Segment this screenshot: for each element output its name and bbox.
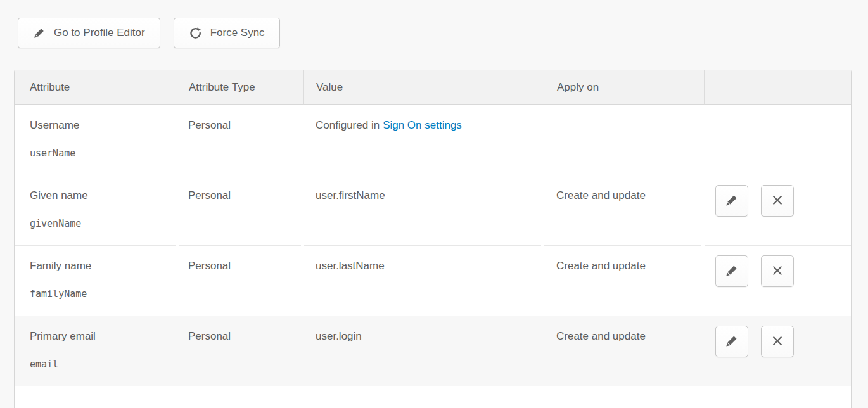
delete-attribute-button[interactable] xyxy=(761,326,794,357)
apply-on-value xyxy=(544,105,704,119)
sign-on-settings-link[interactable]: Sign On settings xyxy=(383,119,462,131)
attribute-mapping-table: Attribute Attribute Type Value Apply on … xyxy=(14,70,852,408)
refresh-icon xyxy=(189,27,202,40)
attribute-type: Personal xyxy=(179,316,303,343)
attribute-label: Primary email xyxy=(15,316,179,343)
table-row: Family name familyName Personal user.las… xyxy=(15,245,851,316)
delete-attribute-button[interactable] xyxy=(761,255,794,287)
attribute-label: Given name xyxy=(15,175,179,202)
attribute-label: Family name xyxy=(15,245,179,272)
attribute-variable-name: email xyxy=(15,359,179,370)
column-header-apply-on: Apply on xyxy=(544,70,704,105)
value-prefix-text: Configured in xyxy=(316,119,380,131)
x-icon xyxy=(770,193,784,209)
attribute-variable-name: givenName xyxy=(15,218,179,229)
apply-on-value: Create and update xyxy=(544,316,704,343)
pencil-icon xyxy=(33,27,46,39)
edit-attribute-button[interactable] xyxy=(715,255,748,287)
force-sync-button[interactable]: Force Sync xyxy=(174,18,280,48)
edit-attribute-button[interactable] xyxy=(715,185,748,217)
apply-on-value: Create and update xyxy=(544,245,704,272)
go-to-profile-editor-label: Go to Profile Editor xyxy=(54,27,145,39)
column-header-value: Value xyxy=(303,70,544,105)
pencil-icon xyxy=(725,193,739,209)
force-sync-label: Force Sync xyxy=(210,27,265,39)
attribute-type: Personal xyxy=(179,105,303,132)
column-header-attribute-type: Attribute Type xyxy=(179,70,303,105)
attribute-value: user.lastName xyxy=(303,245,544,272)
table-row: Primary email email Personal user.login … xyxy=(15,316,851,386)
x-icon xyxy=(770,264,784,279)
attribute-value: user.firstName xyxy=(303,175,544,202)
attribute-type: Personal xyxy=(179,245,303,272)
table-row-partial xyxy=(15,386,851,408)
attribute-variable-name: familyName xyxy=(15,288,179,300)
attribute-label: Username xyxy=(15,105,179,132)
go-to-profile-editor-button[interactable]: Go to Profile Editor xyxy=(18,18,160,48)
table-row: Given name givenName Personal user.first… xyxy=(15,175,851,245)
pencil-icon xyxy=(725,264,739,279)
x-icon xyxy=(770,334,784,350)
apply-on-value: Create and update xyxy=(544,175,704,202)
column-header-actions xyxy=(704,70,851,105)
toolbar: Go to Profile Editor Force Sync xyxy=(18,18,280,48)
table-header-row: Attribute Attribute Type Value Apply on xyxy=(15,70,851,105)
attribute-value: user.login xyxy=(303,316,544,343)
column-header-attribute: Attribute xyxy=(15,70,179,105)
edit-attribute-button[interactable] xyxy=(715,326,748,357)
delete-attribute-button[interactable] xyxy=(761,185,794,217)
table-row: Username userName Personal Configured in… xyxy=(15,105,851,175)
attribute-value: Configured inSign On settings xyxy=(303,105,544,132)
pencil-icon xyxy=(725,334,739,350)
attribute-type: Personal xyxy=(179,175,303,202)
attribute-variable-name: userName xyxy=(15,148,179,159)
